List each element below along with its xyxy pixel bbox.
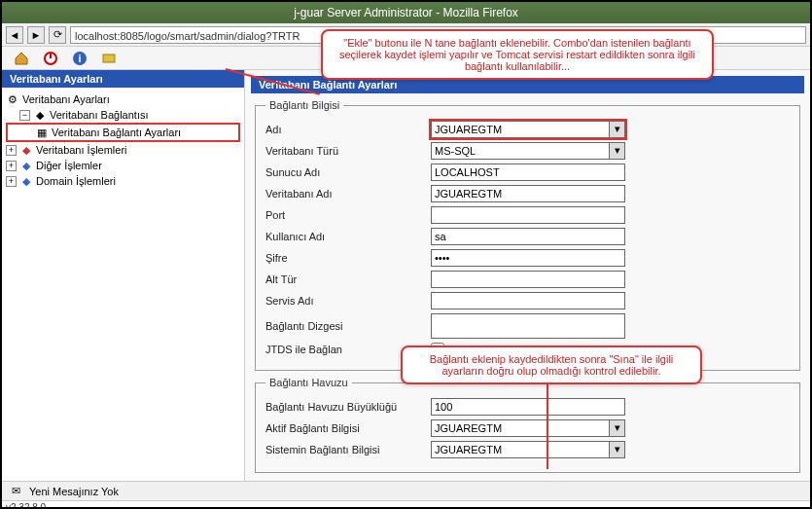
expand-icon[interactable]: + bbox=[6, 145, 17, 156]
server-input[interactable] bbox=[431, 164, 625, 181]
field-label: Sistemin Bağlantı Bilgisi bbox=[265, 444, 431, 455]
window-titlebar: j-guar Server Administrator - Mozilla Fi… bbox=[2, 2, 810, 23]
sidebar-title: Veritabanı Ayarları bbox=[2, 70, 244, 88]
collapse-icon[interactable]: − bbox=[19, 110, 30, 121]
node-icon: ◆ bbox=[33, 108, 47, 122]
expand-icon[interactable]: + bbox=[6, 176, 17, 187]
tree-label: Diğer İşlemler bbox=[36, 160, 102, 171]
field-label: Adı bbox=[265, 124, 431, 135]
name-combo[interactable] bbox=[431, 121, 625, 138]
chevron-down-icon[interactable]: ▾ bbox=[609, 420, 624, 436]
chevron-down-icon[interactable]: ▾ bbox=[609, 143, 624, 159]
field-label: Bağlantı Dizgesi bbox=[265, 320, 431, 332]
tree-item[interactable]: + ◆ Domain İşlemleri bbox=[6, 173, 240, 189]
field-label: Veritabanı Adı bbox=[265, 188, 431, 200]
field-label: Aktif Bağlantı Bilgisi bbox=[265, 422, 431, 434]
tree: ⚙ Veritabanı Ayarları − ◆ Veritabanı Bağ… bbox=[2, 88, 244, 193]
field-label: Kullanıcı Adı bbox=[265, 231, 431, 242]
chevron-down-icon[interactable]: ▾ bbox=[609, 122, 624, 137]
poolsize-input[interactable] bbox=[431, 398, 625, 416]
doc-icon: ▦ bbox=[35, 126, 49, 139]
callout-annotation: Bağlantı eklenip kaydedildikten sonra "S… bbox=[401, 345, 702, 384]
connstring-input[interactable] bbox=[431, 313, 625, 339]
field-label: Port bbox=[265, 209, 431, 221]
expand-icon[interactable]: + bbox=[6, 161, 17, 171]
field-label: Servis Adı bbox=[265, 295, 431, 307]
tree-label: Domain İşlemleri bbox=[36, 175, 116, 187]
forward-button[interactable]: ► bbox=[27, 26, 45, 44]
node-icon: ◆ bbox=[19, 143, 33, 157]
field-label: Veritabanı Türü bbox=[265, 145, 431, 157]
callout-annotation: "Ekle" butonu ile N tane bağlantı eklene… bbox=[321, 29, 714, 80]
reload-button[interactable]: ⟳ bbox=[49, 26, 66, 44]
service-input[interactable] bbox=[431, 292, 625, 309]
tree-item[interactable]: − ◆ Veritabanı Bağlantısı bbox=[6, 107, 240, 123]
group-legend: Bağlantı Bilgisi bbox=[265, 99, 343, 111]
tree-label: Veritabanı Bağlantı Ayarları bbox=[52, 127, 181, 138]
back-button[interactable]: ◄ bbox=[6, 26, 23, 44]
status-bar: ✉ Yeni Mesajınız Yok bbox=[2, 481, 810, 500]
msg-icon[interactable] bbox=[101, 51, 117, 66]
dbname-input[interactable] bbox=[431, 185, 625, 202]
tree-label: Veritabanı Ayarları bbox=[22, 93, 110, 105]
power-icon[interactable] bbox=[43, 51, 58, 66]
subtype-input[interactable] bbox=[431, 271, 625, 288]
status-text: Yeni Mesajınız Yok bbox=[29, 486, 119, 497]
tree-label: Veritabanı Bağlantısı bbox=[50, 109, 149, 121]
pool-group: Bağlantı Havuzu Bağlantı Havuzu Büyüklüğ… bbox=[255, 377, 800, 473]
field-label: Şifre bbox=[265, 252, 431, 264]
chevron-down-icon[interactable]: ▾ bbox=[609, 442, 624, 457]
version-label: v2.32.8.0 bbox=[2, 500, 810, 509]
field-row: Adı ▾ bbox=[265, 121, 790, 138]
home-icon[interactable] bbox=[14, 51, 29, 66]
port-input[interactable] bbox=[431, 206, 625, 224]
field-label: Sunucu Adı bbox=[265, 166, 431, 178]
info-icon[interactable]: i bbox=[72, 51, 88, 66]
field-label: Alt Tür bbox=[265, 273, 431, 285]
system-combo[interactable] bbox=[431, 441, 625, 458]
node-icon: ◆ bbox=[19, 174, 33, 188]
gear-icon: ⚙ bbox=[6, 92, 19, 106]
active-combo[interactable] bbox=[431, 419, 625, 437]
tree-item[interactable]: + ◆ Diğer İşlemler bbox=[6, 158, 240, 173]
main-panel: Veritabanı Bağlantı Ayarları Bağlantı Bi… bbox=[245, 70, 810, 481]
field-label: Bağlantı Havuzu Büyüklüğü bbox=[265, 401, 431, 413]
node-icon: ◆ bbox=[19, 159, 33, 172]
svg-rect-4 bbox=[103, 55, 115, 62]
svg-text:i: i bbox=[78, 53, 81, 64]
tree-item-selected[interactable]: ▦ Veritabanı Bağlantı Ayarları bbox=[6, 123, 240, 142]
password-input[interactable] bbox=[431, 249, 625, 267]
tree-label: Veritabanı İşlemleri bbox=[36, 144, 127, 156]
tree-item[interactable]: ⚙ Veritabanı Ayarları bbox=[6, 91, 240, 107]
tree-item[interactable]: + ◆ Veritabanı İşlemleri bbox=[6, 142, 240, 158]
dbtype-combo[interactable] bbox=[431, 142, 625, 160]
group-legend: Bağlantı Havuzu bbox=[265, 377, 352, 388]
connection-info-group: Bağlantı Bilgisi Adı ▾ Veritabanı Türü ▾… bbox=[255, 99, 800, 371]
sidebar: Veritabanı Ayarları ⚙ Veritabanı Ayarlar… bbox=[2, 70, 245, 481]
mail-icon[interactable]: ✉ bbox=[8, 484, 23, 499]
button-bar: 1 Ekle Sil 2 Kaydet 3 Sına Vazgeç bbox=[251, 479, 804, 481]
user-input[interactable] bbox=[431, 228, 625, 245]
